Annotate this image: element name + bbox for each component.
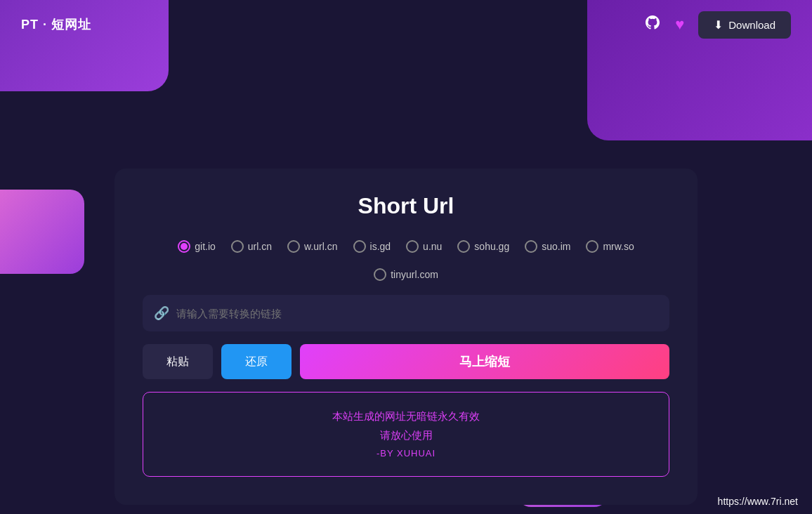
download-button[interactable]: ⬇ Download [698,11,791,39]
radio-circle-u.nu [406,240,419,253]
radio-option-url.cn[interactable]: url.cn [231,240,272,253]
logo: PT · 短网址 [21,16,91,33]
radio-circle-suo.im [525,240,537,253]
restore-button[interactable]: 还原 [221,344,292,379]
radio-label-mrw.so: mrw.so [603,241,634,252]
radio-label-sohu.gg: sohu.gg [474,241,509,252]
radio-label-url.cn: url.cn [248,241,272,252]
radio-option-w.url.cn[interactable]: w.url.cn [287,240,337,253]
radio-label-git.io: git.io [195,241,216,252]
url-input[interactable] [176,308,658,319]
download-icon: ⬇ [714,18,723,32]
radio-option-suo.im[interactable]: suo.im [525,240,570,253]
radio-circle-git.io [178,240,190,253]
radio-label-w.url.cn: w.url.cn [304,241,337,252]
radio-circle-w.url.cn [287,240,300,253]
info-box: 本站生成的网址无暗链永久有效 请放心使用 -BY XUHUAI [143,392,669,477]
shorten-button[interactable]: 马上缩短 [300,344,669,379]
radio-label-is.gd: is.gd [370,241,391,252]
url-input-wrapper: 🔗 [143,295,669,331]
footer-url: https://www.7ri.net [718,496,798,507]
heart-icon[interactable]: ♥ [675,15,684,34]
radio-label-tinyurl.com: tinyurl.com [391,269,438,280]
main-card: Short Url git.iourl.cnw.url.cnis.gdu.nus… [114,169,698,505]
radio-option-sohu.gg[interactable]: sohu.gg [457,240,509,253]
github-icon[interactable] [644,14,661,35]
download-label: Download [728,19,775,31]
radio-circle-url.cn [231,240,244,253]
radio-circle-tinyurl.com [374,268,386,281]
info-line-1: 本站生成的网址无暗链永久有效 [157,410,655,423]
radio-label-u.nu: u.nu [423,241,442,252]
service-selector: git.iourl.cnw.url.cnis.gdu.nusohu.ggsuo.… [143,240,669,281]
info-line-2: 请放心使用 [157,429,655,442]
card-title: Short Url [143,193,669,219]
action-buttons: 粘贴 还原 马上缩短 [143,344,669,379]
bg-decoration-middleleft [0,190,84,274]
radio-label-suo.im: suo.im [542,241,570,252]
paste-button[interactable]: 粘贴 [143,344,213,379]
header: PT · 短网址 ♥ ⬇ Download [0,0,812,49]
radio-option-is.gd[interactable]: is.gd [353,240,391,253]
header-actions: ♥ ⬇ Download [644,11,791,39]
radio-option-git.io[interactable]: git.io [178,240,216,253]
radio-circle-is.gd [353,240,366,253]
radio-option-mrw.so[interactable]: mrw.so [586,240,634,253]
radio-option-u.nu[interactable]: u.nu [406,240,442,253]
link-icon: 🔗 [154,305,169,321]
radio-option-tinyurl.com[interactable]: tinyurl.com [374,268,438,281]
radio-circle-mrw.so [586,240,598,253]
radio-circle-sohu.gg [457,240,470,253]
info-line-3: -BY XUHUAI [157,448,655,459]
